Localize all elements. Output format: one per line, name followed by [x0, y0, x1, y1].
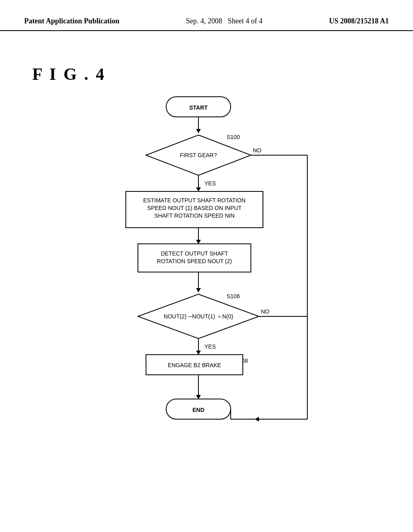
- svg-text:END: END: [192, 407, 204, 413]
- svg-text:S106: S106: [227, 293, 240, 299]
- flowchart: START S100 FIRST GEAR? YES NO S102 ESTIM…: [81, 93, 332, 489]
- header-date-sheet: Sep. 4, 2008 Sheet 4 of 4: [186, 16, 263, 26]
- svg-marker-40: [196, 395, 201, 399]
- svg-marker-3: [196, 129, 201, 133]
- svg-text:ESTIMATE OUTPUT SHAFT ROTATION: ESTIMATE OUTPUT SHAFT ROTATION: [143, 197, 246, 204]
- page-header: Patent Application Publication Sep. 4, 2…: [0, 0, 413, 31]
- svg-text:YES: YES: [204, 343, 216, 350]
- svg-marker-33: [196, 351, 201, 355]
- svg-text:START: START: [189, 104, 208, 111]
- svg-text:SHAFT ROTATION SPEED NIN: SHAFT ROTATION SPEED NIN: [154, 212, 234, 219]
- svg-text:FIRST GEAR?: FIRST GEAR?: [180, 152, 217, 158]
- svg-marker-9: [196, 187, 201, 191]
- svg-text:S100: S100: [227, 134, 240, 140]
- svg-text:DETECT OUTPUT SHAFT: DETECT OUTPUT SHAFT: [161, 250, 228, 257]
- svg-text:NO: NO: [261, 308, 269, 315]
- svg-marker-21: [196, 240, 201, 244]
- svg-text:ROTATION SPEED NOUT (2): ROTATION SPEED NOUT (2): [157, 258, 232, 264]
- svg-text:NO: NO: [253, 147, 261, 154]
- svg-text:YES: YES: [204, 180, 216, 187]
- svg-marker-27: [196, 288, 201, 292]
- figure-label: F I G . 4: [32, 64, 106, 84]
- header-sheet: Sheet 4 of 4: [228, 17, 263, 25]
- header-publication-type: Patent Application Publication: [24, 16, 119, 26]
- svg-text:ENGAGE B2 BRAKE: ENGAGE B2 BRAKE: [168, 362, 221, 368]
- svg-text:NOUT(2) ─NOUT(1) ＞N(0): NOUT(2) ─NOUT(1) ＞N(0): [164, 313, 233, 320]
- header-date: Sep. 4, 2008: [186, 17, 222, 25]
- svg-text:SPEED NOUT (1) BASED ON INPUT: SPEED NOUT (1) BASED ON INPUT: [147, 205, 242, 211]
- header-patent-number: US 2008/215218 A1: [329, 16, 389, 26]
